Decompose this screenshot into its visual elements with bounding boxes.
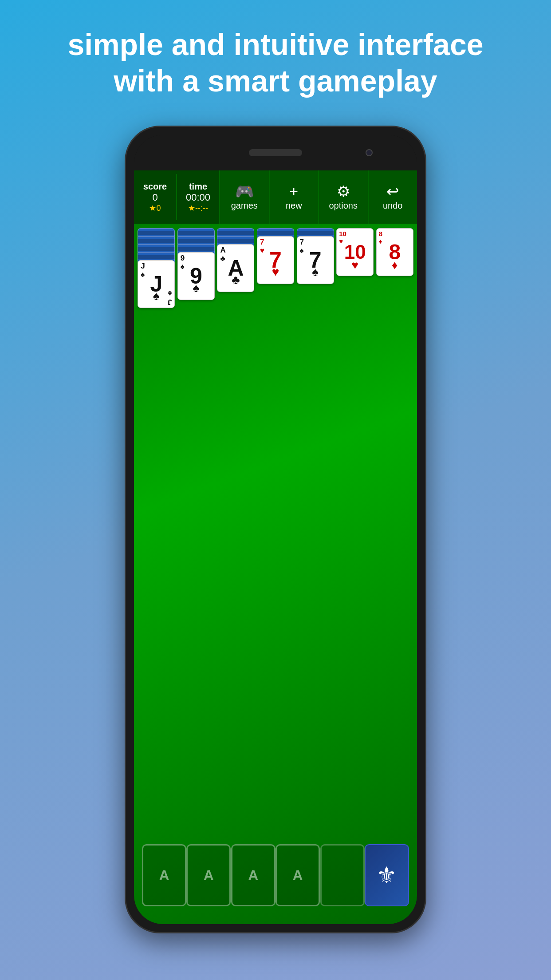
foundation-area: A A A A ⚜ bbox=[134, 826, 417, 924]
foundation-1-label: A bbox=[159, 867, 169, 884]
score-section: score 0 ★0 bbox=[134, 170, 176, 224]
column-6[interactable]: 10♥ 10 ♥ bbox=[336, 228, 374, 308]
stock-slot[interactable] bbox=[320, 844, 365, 906]
foundation-2-label: A bbox=[204, 867, 214, 884]
card-j-spades[interactable]: J♠ J ♠ J♠ bbox=[138, 260, 175, 308]
deck-card[interactable]: ⚜ bbox=[365, 844, 409, 906]
phone: score 0 ★0 time 00:00 ★--:-- 🎮 games bbox=[125, 126, 426, 933]
games-icon: 🎮 bbox=[235, 184, 254, 199]
column-5[interactable]: 7♠ 7 ♠ bbox=[296, 228, 334, 308]
game-screen: score 0 ★0 time 00:00 ★--:-- 🎮 games bbox=[134, 170, 417, 924]
headline-line2: with a smart gameplay bbox=[114, 64, 437, 98]
foundation-3-label: A bbox=[248, 867, 258, 884]
new-button[interactable]: + new bbox=[269, 170, 319, 224]
options-label: options bbox=[329, 201, 358, 211]
new-label: new bbox=[286, 201, 302, 211]
card-7-hearts[interactable]: 7♥ 7 ♥ bbox=[257, 236, 294, 284]
column-4[interactable]: 7♥ 7 ♥ bbox=[257, 228, 295, 308]
card-a-clubs[interactable]: A♣ A ♣ bbox=[217, 244, 254, 292]
new-icon: + bbox=[289, 184, 298, 199]
fleur-de-lis-icon: ⚜ bbox=[376, 862, 397, 889]
foundation-4-label: A bbox=[293, 867, 303, 884]
card-9-spades[interactable]: 9♠ 9 ♠ bbox=[177, 252, 215, 300]
headline-line1: simple and intuitive interface bbox=[67, 28, 483, 61]
foundation-slot-1[interactable]: A bbox=[142, 844, 186, 906]
time-stars: ★--:-- bbox=[188, 203, 208, 213]
games-label: games bbox=[231, 201, 258, 211]
speaker bbox=[249, 149, 302, 156]
options-icon: ⚙ bbox=[337, 184, 350, 199]
foundation-slot-2[interactable]: A bbox=[186, 844, 231, 906]
foundation-slot-4[interactable]: A bbox=[276, 844, 320, 906]
card-8-diamonds[interactable]: 8♦ 8 ♦ bbox=[376, 228, 413, 276]
camera bbox=[366, 149, 373, 156]
foundation-slot-3[interactable]: A bbox=[231, 844, 276, 906]
score-stars: ★0 bbox=[149, 203, 161, 213]
phone-notch bbox=[134, 135, 417, 170]
column-1[interactable]: J♠ J ♠ J♠ bbox=[138, 228, 175, 308]
score-value: 0 bbox=[152, 192, 157, 203]
time-value: 00:00 bbox=[186, 192, 210, 203]
undo-button[interactable]: ↩ undo bbox=[368, 170, 417, 224]
game-columns: J♠ J ♠ J♠ 9♠ 9 bbox=[134, 224, 417, 308]
time-section: time 00:00 ★--:-- bbox=[177, 170, 219, 224]
score-label: score bbox=[143, 182, 167, 192]
column-2[interactable]: 9♠ 9 ♠ bbox=[177, 228, 215, 308]
headline: simple and intuitive interface with a sm… bbox=[0, 0, 551, 117]
column-7[interactable]: 8♦ 8 ♦ bbox=[376, 228, 413, 308]
card-10-hearts[interactable]: 10♥ 10 ♥ bbox=[336, 228, 374, 276]
card-7-spades[interactable]: 7♠ 7 ♠ bbox=[297, 236, 334, 284]
time-label: time bbox=[189, 182, 207, 192]
undo-label: undo bbox=[383, 201, 403, 211]
games-button[interactable]: 🎮 games bbox=[219, 170, 269, 224]
options-button[interactable]: ⚙ options bbox=[318, 170, 368, 224]
undo-icon: ↩ bbox=[386, 184, 399, 199]
game-toolbar: score 0 ★0 time 00:00 ★--:-- 🎮 games bbox=[134, 170, 417, 224]
column-3[interactable]: A♣ A ♣ bbox=[217, 228, 255, 308]
